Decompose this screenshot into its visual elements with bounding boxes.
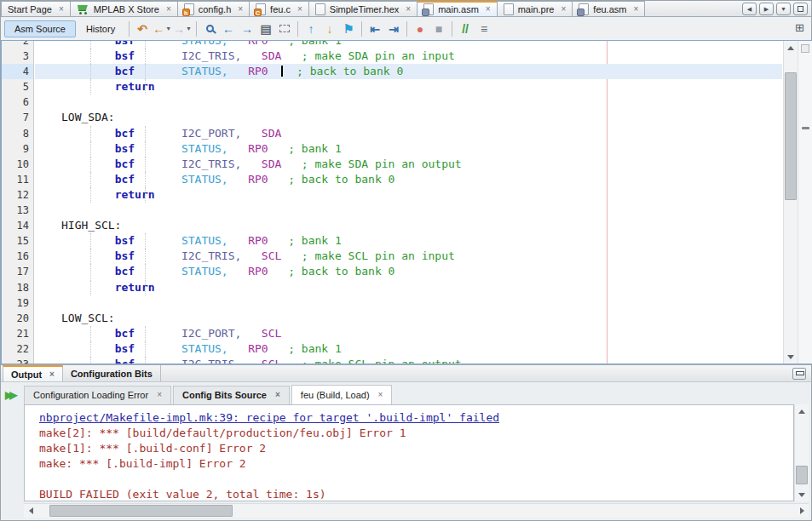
close-icon[interactable]: ×: [49, 370, 55, 379]
next-occurrence-button[interactable]: →: [238, 20, 256, 38]
line-number[interactable]: 19: [2, 295, 29, 311]
code-area[interactable]: bsf STATUS, RP0 ; bank 1 bsf I2C_TRIS, S…: [35, 41, 782, 364]
comment-lines-button[interactable]: //: [456, 20, 475, 38]
code-line[interactable]: return: [35, 187, 782, 203]
line-number[interactable]: 2: [2, 41, 29, 49]
line-number[interactable]: 18: [2, 280, 29, 295]
previous-bookmark-button[interactable]: ↑: [302, 20, 320, 38]
asm-source-view-button[interactable]: Asm Source: [4, 20, 76, 37]
scrollbar-thumb[interactable]: [785, 72, 797, 200]
code-editor[interactable]: 234567891011121314151617181920212223 bsf…: [1, 40, 812, 364]
minimize-panel-button[interactable]: [792, 368, 806, 380]
output-tab-config-bits-source[interactable]: Config Bits Source×: [173, 386, 290, 404]
close-icon[interactable]: ×: [297, 5, 302, 14]
line-number[interactable]: 5: [2, 79, 29, 94]
line-number-gutter[interactable]: 234567891011121314151617181920212223: [2, 41, 34, 364]
code-line[interactable]: bsf STATUS, RP0 ; bank 1: [35, 233, 782, 249]
scroll-up-arrow[interactable]: [784, 41, 798, 54]
history-view-button[interactable]: History: [76, 20, 125, 37]
code-line[interactable]: bsf STATUS, RP0 ; bank 1: [35, 41, 782, 49]
stop-macro-recording-button[interactable]: ■: [429, 20, 448, 38]
line-number[interactable]: 22: [2, 341, 29, 357]
code-line[interactable]: [35, 203, 782, 218]
find-selection-button[interactable]: [200, 20, 219, 38]
code-line[interactable]: bcf I2C_TRIS, SDA ; make SDA pin an outp…: [35, 157, 782, 172]
code-line[interactable]: bsf STATUS, RP0 ; bank 1: [35, 341, 782, 357]
line-number[interactable]: 20: [2, 311, 29, 326]
scroll-down-arrow[interactable]: [795, 488, 809, 501]
close-icon[interactable]: ×: [238, 5, 243, 14]
document-tab-main-asm[interactable]: main.asm×: [418, 1, 498, 16]
close-icon[interactable]: ×: [406, 5, 411, 14]
close-icon[interactable]: ×: [59, 5, 64, 14]
previous-occurrence-button[interactable]: ←: [219, 20, 238, 38]
shift-line-left-button[interactable]: ⇤: [366, 20, 384, 38]
forward-button[interactable]: →▼: [172, 20, 193, 38]
scroll-down-arrow[interactable]: [784, 350, 798, 364]
code-line[interactable]: bcf I2C_PORT, SCL: [35, 326, 782, 341]
scroll-right-arrow[interactable]: [795, 504, 809, 518]
scroll-up-arrow[interactable]: [795, 404, 809, 418]
line-number[interactable]: 14: [2, 218, 29, 233]
line-number[interactable]: 13: [2, 203, 29, 218]
last-edit-position-button[interactable]: ↶: [133, 20, 152, 38]
build-error-link[interactable]: nbproject/Makefile-impl.mk:39: recipe fo…: [39, 410, 793, 426]
tab-list-dropdown-button[interactable]: ▼: [776, 3, 791, 15]
editor-vertical-scrollbar[interactable]: [783, 41, 798, 364]
line-number[interactable]: 17: [2, 264, 29, 279]
scrollbar-thumb[interactable]: [49, 505, 233, 517]
code-line[interactable]: bcf I2C_TRIS, SCL ; make SCL pin an outp…: [35, 357, 782, 364]
output-tab-configuration-loading-error[interactable]: Configuration Loading Error×: [24, 386, 171, 404]
code-line[interactable]: [35, 295, 782, 311]
line-number[interactable]: 12: [2, 187, 29, 203]
code-line[interactable]: bsf STATUS, RP0 ; bank 1: [35, 141, 782, 157]
back-button[interactable]: ←▼: [152, 20, 172, 38]
document-tab-mplab-x-store[interactable]: MPLAB X Store×: [71, 1, 178, 16]
document-tab-feu-c[interactable]: Cfeu.c×: [250, 1, 309, 16]
console-vertical-scrollbar[interactable]: [794, 404, 809, 501]
close-icon[interactable]: ×: [378, 391, 383, 399]
code-line[interactable]: LOW_SDA:: [35, 110, 782, 125]
console-horizontal-scrollbar[interactable]: [24, 503, 809, 518]
scroll-tabs-left-button[interactable]: ◀: [742, 3, 757, 15]
toggle-bookmark-button[interactable]: ⚑: [339, 20, 358, 38]
line-number[interactable]: 10: [2, 157, 29, 172]
code-line[interactable]: bcf STATUS, RP0 ; back to bank 0: [35, 172, 782, 187]
close-icon[interactable]: ×: [486, 5, 491, 14]
line-number[interactable]: 7: [2, 110, 29, 125]
code-line[interactable]: bcf STATUS, RP0 ; back to bank 0: [35, 264, 782, 279]
document-tab-config-h[interactable]: hconfig.h×: [178, 1, 250, 16]
uncomment-lines-button[interactable]: ≡: [475, 20, 493, 38]
code-line[interactable]: bsf I2C_TRIS, SCL ; make SCL pin an inpu…: [35, 249, 782, 264]
close-icon[interactable]: ×: [157, 391, 162, 399]
error-stripe[interactable]: [798, 41, 812, 364]
rerun-build-icon[interactable]: ▶▶: [5, 387, 22, 403]
rectangular-selection-button[interactable]: [275, 20, 294, 38]
scrollbar-thumb[interactable]: [796, 466, 808, 484]
close-icon[interactable]: ×: [633, 5, 638, 14]
toggle-highlight-search-button[interactable]: ▤: [256, 20, 275, 38]
document-tab-main-pre[interactable]: main.pre×: [498, 1, 573, 16]
document-tab-simpletimer-hex[interactable]: SimpleTimer.hex×: [309, 1, 418, 16]
line-number[interactable]: 6: [2, 94, 29, 110]
maximize-window-button[interactable]: [793, 3, 808, 15]
code-line[interactable]: [35, 94, 782, 110]
code-line[interactable]: HIGH_SCL:: [35, 218, 782, 233]
shift-line-right-button[interactable]: ⇥: [384, 20, 403, 38]
start-macro-recording-button[interactable]: ●: [411, 20, 429, 38]
document-tab-start-page[interactable]: Start Page×: [1, 1, 71, 16]
line-number[interactable]: 23: [2, 357, 29, 364]
close-icon[interactable]: ×: [561, 5, 566, 14]
output-tab-feu-build-load[interactable]: feu (Build, Load)×: [291, 385, 393, 404]
scroll-tabs-right-button[interactable]: ▶: [759, 3, 774, 15]
code-line[interactable]: LOW_SCL:: [35, 311, 782, 326]
code-line[interactable]: return: [35, 79, 782, 94]
line-number[interactable]: 8: [2, 126, 29, 141]
next-bookmark-button[interactable]: ↓: [320, 20, 339, 38]
line-number[interactable]: 11: [2, 172, 29, 187]
code-line[interactable]: bcf I2C_PORT, SDA: [35, 126, 782, 141]
current-code-line[interactable]: bcf STATUS, RP0 ; back to bank 0: [35, 64, 782, 79]
close-icon[interactable]: ×: [166, 5, 171, 14]
build-output-console[interactable]: nbproject/Makefile-impl.mk:39: recipe fo…: [24, 404, 794, 501]
editor-splitter-icon[interactable]: ⊞: [795, 21, 804, 34]
